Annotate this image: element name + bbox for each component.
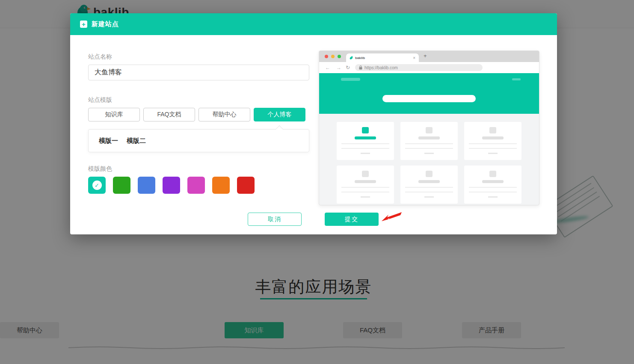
color-swatch[interactable]: ✓ (212, 177, 230, 194)
preview-card (400, 122, 458, 160)
preview-menu-placeholder (512, 78, 521, 80)
card-line-placeholder (405, 192, 453, 192)
card-line-placeholder (341, 187, 389, 188)
preview-card-grid (337, 122, 521, 204)
card-title-placeholder (355, 180, 376, 183)
refresh-icon[interactable]: ↻ (346, 65, 350, 71)
card-line-placeholder (341, 148, 389, 149)
template-color-label: 模版颜色 (88, 165, 112, 173)
check-icon: ✓ (92, 181, 102, 190)
modal-header: + 新建站点 (70, 13, 557, 35)
card-footer-placeholder (361, 196, 370, 198)
card-title-placeholder (418, 180, 440, 183)
browser-urlbar: ← → ↻ https://baklib.com (319, 62, 539, 73)
card-line-placeholder (405, 148, 453, 149)
card-icon-placeholder (489, 127, 496, 133)
card-footer-placeholder (424, 153, 434, 154)
url-text: https://baklib.com (364, 65, 398, 70)
card-icon-placeholder (362, 127, 369, 133)
annotation-arrow-icon (381, 212, 403, 225)
preview-card (337, 122, 394, 160)
bird-logo-icon (350, 54, 353, 62)
card-footer-placeholder (361, 153, 370, 154)
modal-title: 新建站点 (92, 20, 119, 28)
color-swatch[interactable]: ✓ (187, 177, 205, 194)
color-swatch[interactable]: ✓ (138, 177, 155, 194)
lock-icon (359, 64, 362, 71)
preview-card (337, 166, 394, 204)
template-options: 知识库 FAQ文档 帮助中心 个人博客 (88, 108, 305, 121)
preview-card (464, 122, 521, 160)
card-line-placeholder (405, 143, 453, 144)
preview-hero (319, 73, 539, 114)
card-title-placeholder (418, 136, 440, 139)
plus-icon: + (80, 21, 87, 28)
variant-panel: 模版一 模版二 (88, 129, 309, 152)
card-line-placeholder (469, 192, 517, 192)
preview-card (400, 166, 458, 204)
browser-preview: baklib × + ← → ↻ https://baklib.com (319, 50, 539, 205)
preview-searchbar-placeholder (382, 95, 476, 102)
color-swatch[interactable]: ✓ (163, 177, 180, 194)
site-template-label: 站点模版 (88, 96, 112, 104)
card-icon-placeholder (489, 171, 496, 177)
card-footer-placeholder (424, 196, 434, 198)
forward-icon[interactable]: → (336, 65, 341, 71)
url-field[interactable]: https://baklib.com (355, 64, 483, 71)
card-line-placeholder (341, 192, 389, 192)
card-title-placeholder (355, 136, 376, 139)
create-site-modal: + 新建站点 站点名称 站点模版 知识库 FAQ文档 帮助中心 个人博客 模版一… (70, 13, 557, 234)
card-footer-placeholder (488, 196, 498, 198)
preview-logo-placeholder (341, 78, 360, 81)
traffic-lights-icon (325, 55, 341, 58)
card-line-placeholder (405, 187, 453, 188)
screen: baklib 丰富的应用场景 知识库 FAQ文档 产品手册 帮助中心 (0, 0, 634, 364)
browser-tab[interactable]: baklib × (346, 53, 419, 62)
template-variant[interactable]: 模版一 (99, 137, 118, 145)
color-swatch[interactable]: ✓ (88, 177, 106, 194)
site-name-label: 站点名称 (88, 53, 112, 61)
color-swatch[interactable]: ✓ (113, 177, 130, 194)
preview-card (464, 166, 521, 204)
card-line-placeholder (469, 143, 517, 144)
card-icon-placeholder (362, 171, 369, 177)
template-option-button[interactable]: 知识库 (88, 108, 140, 121)
card-footer-placeholder (488, 153, 498, 154)
tab-close-icon[interactable]: × (413, 56, 415, 60)
submit-button[interactable]: 提交 (325, 213, 379, 226)
cancel-button[interactable]: 取消 (248, 213, 302, 226)
back-icon[interactable]: ← (325, 65, 330, 71)
card-icon-placeholder (426, 171, 433, 177)
new-tab-icon[interactable]: + (424, 53, 427, 59)
card-line-placeholder (469, 148, 517, 149)
card-line-placeholder (469, 187, 517, 188)
template-option-button[interactable]: 帮助中心 (198, 108, 250, 121)
color-swatch[interactable]: ✓ (237, 177, 255, 194)
color-swatches: ✓ ✓ ✓ ✓ ✓ ✓ (88, 177, 255, 194)
card-line-placeholder (341, 143, 389, 144)
browser-titlebar: baklib × + (319, 51, 539, 62)
card-title-placeholder (482, 180, 504, 183)
template-variant[interactable]: 模版二 (127, 137, 146, 145)
card-icon-placeholder (426, 127, 433, 133)
template-option-button[interactable]: FAQ文档 (143, 108, 195, 121)
template-option-button[interactable]: 个人博客 (254, 108, 305, 121)
tab-title: baklib (355, 56, 413, 60)
site-name-input[interactable] (88, 65, 309, 80)
card-title-placeholder (482, 136, 504, 139)
